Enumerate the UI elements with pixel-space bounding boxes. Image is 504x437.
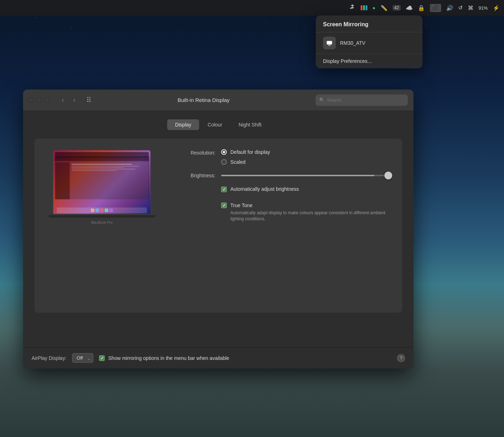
svg-rect-0 <box>327 41 332 44</box>
back-button[interactable]: ‹ <box>58 95 68 105</box>
auto-brightness-checkbox[interactable] <box>221 187 227 192</box>
icloud-icon[interactable]: ☁️ <box>406 5 413 11</box>
airplay-select-wrapper[interactable]: Off On <box>72 353 93 363</box>
resolution-default-label: Default for display <box>230 149 270 155</box>
device-name: RM30_ATV <box>340 40 365 46</box>
true-tone-controls: True Tone Automatically adapt display to… <box>221 202 391 225</box>
true-tone-setting: True Tone Automatically adapt display to… <box>221 202 391 225</box>
screen-mirroring-dropdown: Screen Mirroring RM30_ATV Display Prefer… <box>316 16 422 68</box>
mirroring-checkbox-row: Show mirroring options in the menu bar w… <box>99 354 405 362</box>
sketchbook-icon[interactable]: ✏️ <box>380 5 388 11</box>
brightness-slider[interactable] <box>221 172 391 179</box>
laptop-screen <box>52 149 152 215</box>
resolution-scaled-option[interactable]: Scaled <box>221 159 391 165</box>
dropbox-icon[interactable] <box>349 4 356 12</box>
dropdown-title: Screen Mirroring <box>316 16 422 32</box>
laptop-foot <box>45 218 159 219</box>
brightness-setting: Brightness: <box>176 172 391 179</box>
onepassword-icon[interactable]: 🔒 <box>418 5 425 11</box>
battery-percentage: 91% <box>478 5 488 11</box>
resolution-controls: Default for display Scaled <box>221 149 391 165</box>
auto-brightness-label: Automatically adjust brightness <box>230 186 299 192</box>
resolution-setting: Resolution: Default for display Scaled <box>176 149 391 165</box>
dropdown-device-item[interactable]: RM30_ATV <box>316 32 422 54</box>
titlebar: ‹ › ⠿ Built-in Retina Display 🔍 <box>23 90 413 111</box>
auto-brightness-checkbox-row[interactable]: Automatically adjust brightness <box>221 186 391 192</box>
desktop: ● ✏️ 42 ☁️ 🔒 ⬛ 🔊 ↺ ⌘ 91% ⚡ Screen Mirror… <box>0 0 504 437</box>
auto-brightness-controls: Automatically adjust brightness <box>221 186 391 195</box>
airplay-label: AirPlay Display: <box>32 355 66 361</box>
slider-fill <box>221 175 374 176</box>
content-area: Display Colour Night Shift <box>23 111 413 321</box>
auto-brightness-setting: Automatically adjust brightness <box>221 186 391 195</box>
tabs: Display Colour Night Shift <box>34 119 402 130</box>
preferences-window: ‹ › ⠿ Built-in Retina Display 🔍 Display … <box>23 90 413 368</box>
resolution-default-option[interactable]: Default for display <box>221 149 391 155</box>
volume-icon[interactable]: 🔊 <box>446 5 453 11</box>
tab-display[interactable]: Display <box>167 119 199 130</box>
true-tone-label: True Tone <box>230 203 252 208</box>
laptop-model-label: MacBook Pro <box>45 221 159 225</box>
resolution-default-radio[interactable] <box>221 149 227 155</box>
resolution-label: Resolution: <box>176 149 215 156</box>
screen-mirroring-icon[interactable]: ⬛ <box>430 4 441 12</box>
nav-buttons: ‹ › <box>58 95 79 105</box>
bottom-bar: AirPlay Display: Off On Show mirroring o… <box>23 347 413 368</box>
true-tone-description: Automatically adapt display to make colo… <box>230 210 391 222</box>
slider-track <box>221 175 391 176</box>
slider-thumb[interactable] <box>384 172 392 179</box>
brightness-label: Brightness: <box>176 172 215 178</box>
true-tone-text-group: True Tone Automatically adapt display to… <box>230 202 391 222</box>
badge-42-icon[interactable]: 42 <box>393 5 401 11</box>
search-box[interactable]: 🔍 <box>316 95 408 106</box>
true-tone-checkbox[interactable] <box>221 203 227 208</box>
mirroring-checkbox[interactable] <box>99 355 105 361</box>
laptop-preview: MacBook Pro <box>45 149 159 225</box>
bluetooth-icon[interactable]: ⌘ <box>468 5 473 11</box>
appletv-icon <box>323 37 336 49</box>
maximize-button[interactable] <box>44 98 49 103</box>
search-icon: 🔍 <box>319 97 325 103</box>
forward-button[interactable]: › <box>69 95 79 105</box>
tab-colour[interactable]: Colour <box>200 119 230 130</box>
resolution-radio-group: Default for display Scaled <box>221 149 391 165</box>
search-input[interactable] <box>327 97 404 103</box>
laptop-base <box>49 215 155 218</box>
airplay-select[interactable]: Off On <box>72 353 93 363</box>
window-title: Built-in Retina Display <box>96 97 311 103</box>
timemachine-icon[interactable]: ↺ <box>458 5 463 11</box>
resolution-scaled-label: Scaled <box>230 159 246 165</box>
record-icon[interactable]: ● <box>372 5 375 11</box>
mirroring-checkbox-label: Show mirroring options in the menu bar w… <box>108 355 229 361</box>
battery-icon: ⚡ <box>493 5 500 11</box>
display-preferences-link[interactable]: Display Preferences... <box>316 54 422 68</box>
laptop-screen-content <box>53 150 150 214</box>
minimize-button[interactable] <box>37 98 42 103</box>
colorsnapper-icon[interactable] <box>361 5 367 10</box>
menubar-icons: ● ✏️ 42 ☁️ 🔒 ⬛ 🔊 ↺ ⌘ 91% ⚡ <box>349 4 500 12</box>
menubar: ● ✏️ 42 ☁️ 🔒 ⬛ 🔊 ↺ ⌘ 91% ⚡ <box>0 0 504 16</box>
settings-panel: Resolution: Default for display Scaled <box>176 149 391 232</box>
true-tone-checkbox-row[interactable]: True Tone Automatically adapt display to… <box>221 202 391 222</box>
display-panel: MacBook Pro Resolution: Default for disp… <box>34 139 402 313</box>
traffic-lights <box>29 98 49 103</box>
grid-icon[interactable]: ⠿ <box>86 96 92 104</box>
tab-night-shift[interactable]: Night Shift <box>231 119 269 130</box>
brightness-controls <box>221 172 391 179</box>
close-button[interactable] <box>29 98 34 103</box>
help-button[interactable]: ? <box>397 354 405 362</box>
resolution-scaled-radio[interactable] <box>221 159 227 165</box>
